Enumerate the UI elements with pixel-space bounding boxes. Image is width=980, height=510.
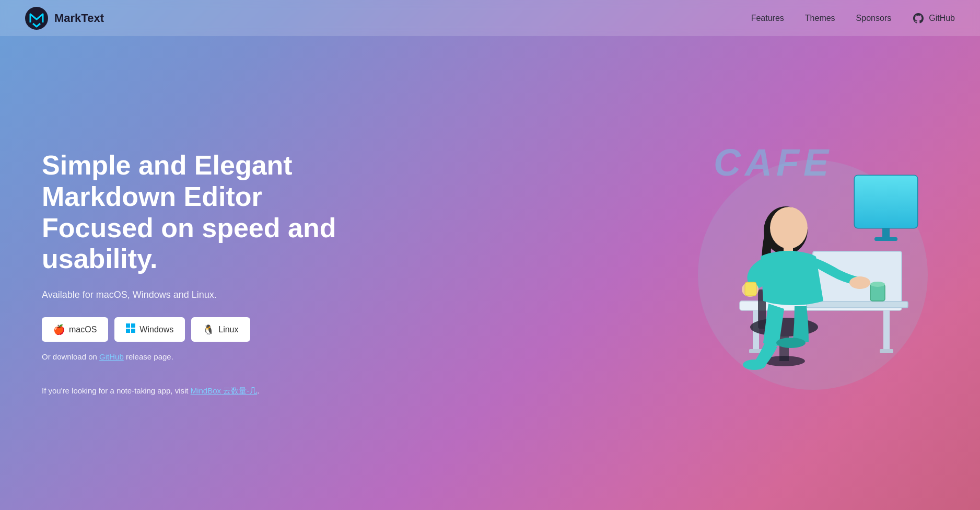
release-prefix: Or download on [42, 352, 99, 361]
nav-brand-name: MarkText [54, 11, 104, 25]
svg-text:CAFE: CAFE [714, 142, 833, 183]
mindbox-link[interactable]: MindBox 云数量-几 [191, 386, 258, 395]
svg-rect-9 [882, 228, 890, 238]
svg-point-31 [849, 276, 870, 289]
hero-title-line1: Simple and Elegant Markdown Editor [42, 150, 293, 212]
svg-rect-8 [855, 176, 917, 228]
svg-rect-1 [126, 323, 130, 328]
navbar: MarkText Features Themes Sponsors GitHub [0, 0, 980, 36]
github-release-link[interactable]: GitHub [99, 352, 124, 361]
cafe-illustration-svg: CAFE [677, 123, 949, 416]
github-icon [912, 12, 925, 25]
hero-illustration: CAFE [677, 123, 949, 416]
svg-rect-2 [131, 323, 135, 328]
github-label: GitHub [929, 14, 955, 23]
nav-links: Features Themes Sponsors GitHub [751, 12, 955, 25]
svg-rect-17 [807, 302, 908, 308]
download-buttons: 🍎 macOS Windows 🐧 Linux [42, 317, 397, 342]
nav-github-link[interactable]: GitHub [912, 12, 955, 25]
nav-features-link[interactable]: Features [751, 14, 784, 23]
svg-rect-3 [126, 329, 130, 333]
svg-rect-30 [745, 282, 756, 296]
nav-sponsors-link[interactable]: Sponsors [856, 14, 892, 23]
svg-rect-4 [131, 329, 135, 333]
notetaking-note: If you're looking for a note-taking app,… [42, 386, 397, 396]
svg-point-27 [770, 207, 808, 249]
svg-rect-13 [883, 310, 890, 352]
svg-rect-15 [880, 349, 893, 353]
linux-icon: 🐧 [203, 324, 214, 335]
nav-themes-link[interactable]: Themes [805, 14, 835, 23]
hero-title-line2: Focused on speed and usability. [42, 213, 336, 274]
svg-point-21 [870, 282, 885, 287]
hero-available-text: Available for macOS, Windows and Linux. [42, 289, 397, 300]
svg-point-33 [776, 338, 806, 348]
svg-point-32 [743, 360, 766, 370]
marktext-logo-icon [25, 7, 48, 30]
release-note: Or download on GitHub release page. [42, 352, 397, 361]
svg-rect-10 [874, 237, 897, 241]
windows-label: Windows [139, 325, 173, 334]
macos-label: macOS [69, 325, 97, 334]
macos-download-button[interactable]: 🍎 macOS [42, 317, 108, 342]
notetaking-suffix: . [257, 386, 259, 395]
hero-title: Simple and Elegant Markdown Editor Focus… [42, 150, 397, 275]
windows-download-button[interactable]: Windows [114, 317, 185, 342]
hero-content: Simple and Elegant Markdown Editor Focus… [42, 150, 397, 396]
windows-icon [126, 323, 135, 335]
notetaking-prefix: If you're looking for a note-taking app,… [42, 386, 191, 395]
linux-label: Linux [218, 325, 238, 334]
linux-download-button[interactable]: 🐧 Linux [191, 317, 250, 342]
hero-section: Simple and Elegant Markdown Editor Focus… [0, 0, 980, 510]
apple-icon: 🍎 [53, 324, 65, 335]
release-suffix: release page. [124, 352, 173, 361]
nav-logo[interactable]: MarkText [25, 7, 104, 30]
